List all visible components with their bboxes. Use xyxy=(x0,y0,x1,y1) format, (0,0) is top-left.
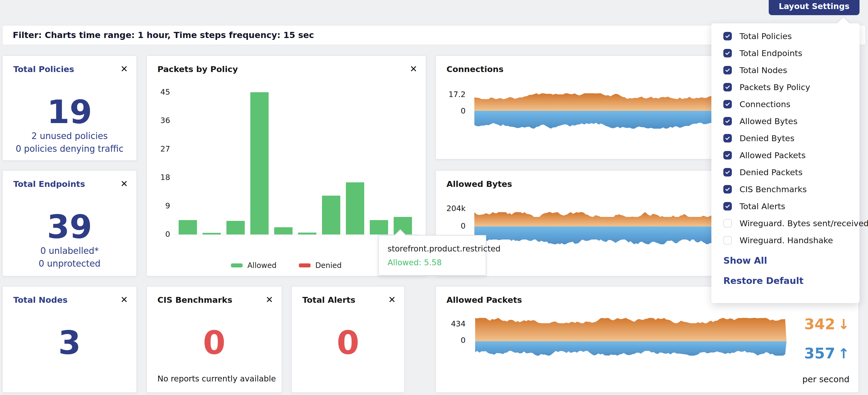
checkbox-checked-icon[interactable] xyxy=(723,49,732,57)
bar-allowed[interactable] xyxy=(203,233,221,234)
tooltip-allowed-value: Allowed: 5.58 xyxy=(388,258,477,267)
layout-menu-item-label: Total Nodes xyxy=(740,65,787,75)
total-alerts-value: 0 xyxy=(292,327,404,359)
y-axis-tick: 45 xyxy=(147,87,170,96)
total-nodes-value: 3 xyxy=(3,327,136,359)
checkbox-checked-icon[interactable] xyxy=(723,202,732,210)
layout-menu-item-label: Total Policies xyxy=(740,31,792,41)
dashboard-page: Filter: Charts time range: 1 hour, Time … xyxy=(0,0,868,395)
y-axis-tick: 9 xyxy=(147,201,170,210)
layout-menu-item[interactable]: Denied Packets xyxy=(711,164,860,181)
denying-policies-text: 0 policies denying traffic xyxy=(3,144,136,154)
unused-policies-text: 2 unused policies xyxy=(3,131,136,141)
layout-menu-item-label: Allowed Bytes xyxy=(740,116,797,126)
rate-outbound: 357↑ xyxy=(804,344,849,362)
bar-allowed[interactable] xyxy=(322,196,340,234)
total-endpoints-value: 39 xyxy=(3,210,136,243)
show-all-link[interactable]: Show All xyxy=(723,255,860,266)
arrow-up-icon: ↑ xyxy=(838,345,849,362)
bar-allowed[interactable] xyxy=(250,92,269,234)
layout-menu-item-label: Connections xyxy=(740,100,790,109)
layout-menu-item-label: Denied Bytes xyxy=(740,134,795,143)
layout-menu-item[interactable]: Packets By Policy xyxy=(711,79,860,96)
layout-menu-item[interactable]: Allowed Bytes xyxy=(711,113,860,130)
close-icon[interactable]: ✕ xyxy=(121,179,128,188)
legend-denied: Denied xyxy=(299,261,342,270)
cis-benchmarks-value: 0 xyxy=(147,327,282,359)
checkbox-checked-icon[interactable] xyxy=(723,32,732,40)
total-policies-value: 19 xyxy=(3,96,136,128)
card-total-alerts: Total Alerts ✕ 0 xyxy=(291,286,405,393)
layout-menu-item[interactable]: Total Policies xyxy=(711,28,860,45)
layout-menu-item[interactable]: Denied Bytes xyxy=(711,130,860,147)
card-title: Total Policies xyxy=(13,64,74,74)
bar-allowed[interactable] xyxy=(226,221,245,234)
filter-text: Filter: Charts time range: 1 hour, Time … xyxy=(13,30,314,40)
card-title: CIS Benchmarks xyxy=(157,295,232,305)
unprotected-text: 0 unprotected xyxy=(3,258,136,269)
y-axis-tick: 36 xyxy=(147,116,170,125)
y-axis-tick: 27 xyxy=(147,144,170,153)
checkbox-checked-icon[interactable] xyxy=(723,168,732,176)
cis-note: No reports currently available xyxy=(157,374,276,383)
card-total-nodes: Total Nodes ✕ 3 xyxy=(2,286,137,393)
checkbox-checked-icon[interactable] xyxy=(723,66,732,75)
y-axis-tick: 18 xyxy=(147,173,170,182)
allowed-swatch-icon xyxy=(231,263,243,267)
checkbox-checked-icon[interactable] xyxy=(723,134,732,142)
layout-menu-item-label: Denied Packets xyxy=(740,167,802,177)
checkbox-checked-icon[interactable] xyxy=(723,83,732,91)
layout-menu-item[interactable]: Wireguard. Handshake xyxy=(711,232,860,249)
tooltip-policy-name: storefront.product.restricted xyxy=(388,244,477,253)
checkbox-checked-icon[interactable] xyxy=(723,151,732,160)
card-cis-benchmarks: CIS Benchmarks ✕ 0 No reports currently … xyxy=(146,286,282,393)
unlabelled-text: 0 unlabelled* xyxy=(3,246,136,256)
legend-allowed: Allowed xyxy=(231,261,277,270)
layout-menu-item-label: Allowed Packets xyxy=(740,150,806,160)
checkbox-checked-icon[interactable] xyxy=(723,117,732,125)
layout-menu-item[interactable]: Total Alerts xyxy=(711,198,860,215)
card-title: Total Endpoints xyxy=(13,179,85,189)
close-icon[interactable]: ✕ xyxy=(266,295,273,304)
chart-tooltip: storefront.product.restricted Allowed: 5… xyxy=(378,235,486,276)
layout-menu-item[interactable]: CIS Benchmarks xyxy=(711,181,860,198)
close-icon[interactable]: ✕ xyxy=(121,295,128,304)
checkbox-unchecked-icon[interactable] xyxy=(723,219,732,228)
restore-default-link[interactable]: Restore Default xyxy=(723,275,860,286)
layout-menu-items: Total PoliciesTotal EndpointsTotal Nodes… xyxy=(711,28,860,249)
bar-allowed[interactable] xyxy=(346,182,364,234)
bar-allowed[interactable] xyxy=(274,227,292,234)
layout-menu-item[interactable]: Total Endpoints xyxy=(711,45,860,62)
card-total-policies: Total Policies ✕ 19 2 unused policies 0 … xyxy=(2,55,137,161)
card-title: Total Nodes xyxy=(13,295,67,305)
layout-settings-button[interactable]: Layout Settings xyxy=(769,0,860,15)
layout-menu-item[interactable]: Total Nodes xyxy=(711,62,860,79)
denied-swatch-icon xyxy=(299,263,311,267)
bar-allowed[interactable] xyxy=(370,220,388,234)
layout-menu-item-label: CIS Benchmarks xyxy=(740,185,807,194)
layout-menu-item-label: Packets By Policy xyxy=(740,82,810,92)
layout-menu-item[interactable]: Wireguard. Bytes sent/received xyxy=(711,215,860,232)
layout-settings-menu: Total PoliciesTotal EndpointsTotal Nodes… xyxy=(711,23,860,303)
rate-inbound: 342↓ xyxy=(804,315,849,333)
bar-allowed[interactable] xyxy=(298,233,316,234)
layout-menu-item[interactable]: Connections xyxy=(711,96,860,113)
layout-menu-item[interactable]: Allowed Packets xyxy=(711,147,860,164)
bar-allowed[interactable] xyxy=(179,220,197,234)
arrow-down-icon: ↓ xyxy=(838,316,849,332)
y-axis-tick: 0 xyxy=(147,230,170,239)
layout-menu-item-label: Wireguard. Bytes sent/received xyxy=(740,219,868,228)
layout-menu-item-label: Total Endpoints xyxy=(740,48,802,58)
checkbox-checked-icon[interactable] xyxy=(723,185,732,194)
close-icon[interactable]: ✕ xyxy=(389,295,396,304)
checkbox-unchecked-icon[interactable] xyxy=(723,236,732,245)
checkbox-checked-icon[interactable] xyxy=(723,100,732,109)
layout-menu-item-label: Wireguard. Handshake xyxy=(740,235,833,245)
card-total-endpoints: Total Endpoints ✕ 39 0 unlabelled* 0 unp… xyxy=(2,170,137,277)
layout-menu-item-label: Total Alerts xyxy=(740,201,785,211)
card-title: Total Alerts xyxy=(302,295,355,305)
rate-unit-label: per second xyxy=(802,374,849,384)
close-icon[interactable]: ✕ xyxy=(121,64,128,73)
